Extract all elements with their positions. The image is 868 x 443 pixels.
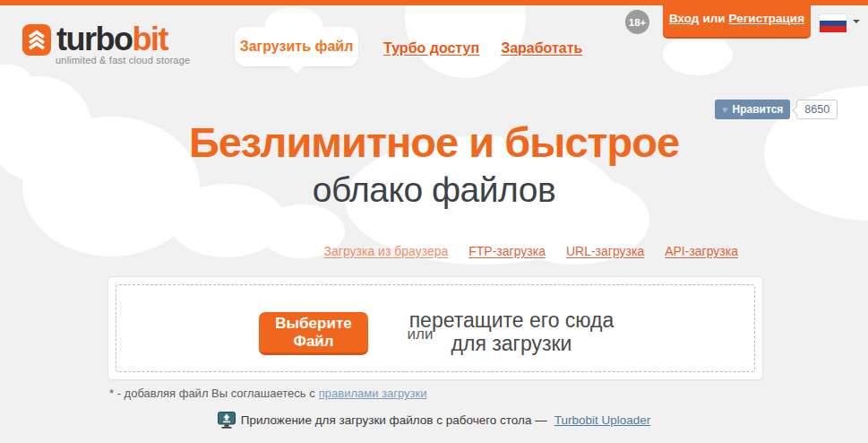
logo-tagline: unlimited & fast cloud storage <box>56 55 190 65</box>
vk-like-widget: ♥ Нравится 8650 <box>715 100 838 119</box>
nav-link-earn[interactable]: Заработать <box>501 40 582 56</box>
turbobit-logo[interactable]: turbobit unlimited & fast cloud storage <box>22 23 190 65</box>
drop-hint-line1: перетащите его сюда <box>409 308 614 332</box>
logo-word-accent: bit <box>132 21 167 57</box>
method-link-api-upload[interactable]: API-загрузка <box>665 244 738 258</box>
language-selector[interactable] <box>820 14 860 32</box>
logo-triple-chevron-up-icon <box>22 24 51 56</box>
turbobit-uploader-link[interactable]: Turbobit Uploader <box>554 413 651 427</box>
turbobit-upload-page: turbobit unlimited & fast cloud storage … <box>0 0 868 443</box>
russia-flag-icon <box>820 14 847 32</box>
page-subtitle: облако файлов <box>0 169 868 212</box>
main-nav: Турбо доступ Заработать <box>383 40 582 56</box>
upload-rules-link[interactable]: правилами загрузки <box>319 387 427 400</box>
choose-file-line1: Выберите <box>275 315 351 332</box>
logo-wordmark: turbobit <box>56 23 168 56</box>
drop-hint-text: перетащите его сюда для загрузки <box>377 308 646 355</box>
like-button-label: Нравится <box>733 103 784 116</box>
choose-file-button[interactable]: Выберите Файл <box>259 312 368 355</box>
age-18plus-badge: 18+ <box>625 10 649 34</box>
login-register-button[interactable]: Вход или Регистрация <box>663 0 811 39</box>
upload-rules-footnote: * - добавляя файл Вы соглашаетесь справи… <box>109 387 426 400</box>
monitor-upload-icon <box>218 412 236 429</box>
method-link-url-upload[interactable]: URL-загрузка <box>566 244 644 258</box>
like-count-badge: 8650 <box>796 100 838 119</box>
desktop-app-row: Приложение для загрузки файлов с рабочег… <box>0 412 868 429</box>
cloud-shape <box>663 34 733 75</box>
logo-word-primary: turbo <box>56 21 132 57</box>
upload-card: Выберите Файл или перетащите его сюда дл… <box>107 276 763 380</box>
method-link-ftp-upload[interactable]: FTP-загрузка <box>468 244 546 258</box>
like-button[interactable]: ♥ Нравится <box>715 100 790 119</box>
choose-file-line2: Файл <box>293 333 333 350</box>
login-link[interactable]: Вход <box>669 12 699 25</box>
footnote-text: * - добавляя файл Вы соглашаетесь с <box>109 387 315 400</box>
heart-icon: ♥ <box>722 104 728 115</box>
cloud-shape <box>405 0 526 78</box>
upload-method-links: Загрузка из браузера FTP-загрузка URL-за… <box>324 244 738 258</box>
nav-tab-upload-file[interactable]: Загрузить файл <box>235 27 358 66</box>
desktop-app-text: Приложение для загрузки файлов с рабочег… <box>241 413 547 427</box>
page-title: Безлимитное и быстрое <box>0 117 868 168</box>
nav-link-turbo-access[interactable]: Турбо доступ <box>383 40 479 56</box>
drop-hint-line2: для загрузки <box>451 332 572 355</box>
auth-or-label: или <box>702 12 725 25</box>
register-link[interactable]: Регистрация <box>729 12 804 25</box>
method-link-browser-upload[interactable]: Загрузка из браузера <box>324 244 449 258</box>
chevron-down-icon <box>853 20 860 27</box>
